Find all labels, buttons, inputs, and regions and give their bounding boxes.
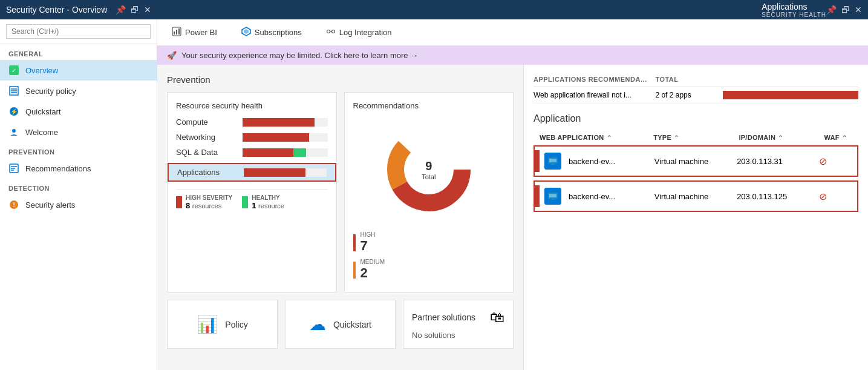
sql-label: SQL & Data: [176, 148, 237, 157]
healthy-color: [242, 196, 248, 208]
resource-footer: HIGH SEVERITY 8 resources: [176, 189, 328, 210]
healthy-label: HEALTHY: [252, 194, 284, 201]
sidebar-item-security-alerts[interactable]: ! Security alerts: [0, 194, 157, 215]
sidebar-item-quickstart-label: Quickstart: [25, 107, 61, 116]
svg-rect-18: [178, 28, 180, 35]
rp-col-total-header: TOTAL: [655, 76, 723, 83]
high-severity-badge: HIGH SEVERITY 8 resources: [176, 194, 232, 210]
svg-point-8: [12, 129, 16, 133]
app-row-2-type: Virtual machine: [654, 192, 737, 201]
high-sev-count: 7: [361, 238, 376, 254]
sidebar-item-welcome-label: Welcome: [25, 128, 58, 137]
svg-point-21: [327, 30, 330, 33]
svg-rect-16: [174, 31, 175, 35]
donut-chart: 9 Total: [380, 121, 477, 218]
right-panel: APPLICATIONS RECOMMENDA... TOTAL Web app…: [523, 65, 868, 370]
sidebar-item-security-alerts-label: Security alerts: [25, 200, 75, 210]
right-titlebar-title: Applications: [762, 2, 826, 12]
partner-solutions-subtext: No solutions: [412, 331, 455, 340]
right-panel-content: APPLICATIONS RECOMMENDA... TOTAL Web app…: [524, 65, 868, 370]
app-col-ip-header: IP/DOMAIN ⌃: [739, 134, 824, 141]
ip-sort-icon[interactable]: ⌃: [778, 134, 783, 141]
high-severity-label: HIGH SEVERITY: [186, 194, 232, 201]
app-row-content-2: backend-ev... Virtual machine 203.0.113.…: [540, 185, 857, 207]
close-icon[interactable]: ✕: [144, 5, 151, 15]
resource-health-card: Resource security health Compute Netwo: [167, 92, 337, 292]
high-sev-level: HIGH: [361, 231, 376, 238]
recommendations-icon: [8, 163, 19, 174]
svg-text:⚡: ⚡: [10, 108, 18, 116]
quickstart-icon: ⚡: [8, 106, 19, 117]
app-row-2-ip: 203.0.113.125: [737, 192, 819, 201]
networking-bar: [243, 133, 309, 142]
svg-point-22: [331, 30, 334, 33]
rp-bar-cell: [723, 91, 858, 99]
type-sort-icon[interactable]: ⌃: [674, 134, 679, 141]
left-titlebar-controls: 📌 🗗 ✕: [116, 5, 151, 15]
search-input[interactable]: [6, 24, 151, 39]
app-table-header: WEB APPLICATION ⌃ TYPE ⌃ IP/DOMAIN ⌃: [534, 130, 858, 145]
left-titlebar-title: Security Center - Overview: [6, 5, 116, 15]
sidebar-item-quickstart[interactable]: ⚡ Quickstart: [0, 101, 157, 122]
sidebar-item-welcome[interactable]: Welcome: [0, 122, 157, 142]
subscriptions-button[interactable]: Subscriptions: [237, 24, 307, 41]
policy-icon: 📊: [197, 314, 218, 334]
sidebar-item-recommendations[interactable]: Recommendations: [0, 158, 157, 179]
networking-bar-container: [243, 133, 328, 142]
bottom-cards: 📊 Policy ☁ Quickstart P: [167, 300, 514, 349]
partner-solutions-label: Partner solutions: [412, 312, 475, 322]
power-bi-button[interactable]: Power BI: [167, 24, 222, 41]
app-col-waf-header: WAF ⌃: [824, 134, 858, 141]
power-bi-label: Power BI: [185, 28, 217, 37]
severity-list: HIGH 7 MEDIUM 2: [353, 229, 505, 283]
app-row-1[interactable]: backend-ev... Virtual machine 203.0.113.…: [534, 145, 858, 177]
recommendations-title: Recommendations: [353, 101, 419, 110]
quickstart-card[interactable]: ☁ Quickstart: [285, 300, 396, 349]
app-row-2[interactable]: backend-ev... Virtual machine 203.0.113.…: [534, 180, 858, 212]
sidebar-section-detection: DETECTION: [0, 179, 157, 194]
rp-progress-bar: [723, 91, 858, 99]
sidebar-item-overview[interactable]: ✓ Overview: [0, 60, 157, 81]
log-integration-button[interactable]: Log Integration: [321, 24, 397, 41]
maximize-icon[interactable]: 🗗: [131, 5, 139, 15]
high-sev-color: [353, 234, 356, 251]
donut-total-label: Total: [422, 173, 436, 180]
resource-health-title: Resource security health: [176, 101, 328, 110]
prevention-panel: Prevention Resource security health Comp…: [157, 65, 523, 370]
compute-bar: [243, 118, 315, 127]
waf-sort-icon[interactable]: ⌃: [842, 134, 847, 141]
policy-card[interactable]: 📊 Policy: [167, 300, 278, 349]
app-col-type-header: TYPE ⌃: [653, 134, 739, 141]
healthy-badge: HEALTHY 1 resource: [242, 194, 284, 210]
applications-row[interactable]: Applications: [168, 163, 336, 182]
close-icon-right[interactable]: ✕: [855, 5, 862, 15]
svg-text:✓: ✓: [11, 67, 16, 74]
subscriptions-label: Subscriptions: [255, 28, 302, 37]
high-severity-count: 8 resources: [186, 201, 232, 210]
right-titlebar-controls: 📌 🗗 ✕: [826, 5, 862, 15]
maximize-icon-right[interactable]: 🗗: [841, 5, 850, 15]
app-section-title: Application: [534, 113, 858, 124]
rp-table-header: APPLICATIONS RECOMMENDA... TOTAL: [534, 72, 858, 87]
name-sort-icon[interactable]: ⌃: [607, 134, 612, 141]
content-area: Prevention Resource security health Comp…: [157, 65, 868, 370]
recommendations-card: Recommendations: [344, 92, 514, 292]
waf-alert-icon-1: ⊘: [819, 156, 827, 167]
welcome-icon: [8, 127, 19, 137]
pin-icon[interactable]: 📌: [116, 5, 126, 15]
notification-bar[interactable]: 🚀 Your security experience may be limite…: [157, 46, 868, 65]
high-severity-color: [176, 196, 182, 208]
rp-rec-cell: Web application firewall not i...: [534, 91, 655, 99]
app-row-2-waf: ⊘: [819, 191, 852, 202]
right-titlebar-subtitle: SECURITY HEALTH: [762, 12, 826, 18]
svg-rect-31: [550, 199, 555, 200]
sidebar-section-general: GENERAL: [0, 44, 157, 60]
toolbar: Power BI Subscriptions: [157, 19, 868, 46]
pin-icon-right[interactable]: 📌: [826, 5, 837, 15]
waf-alert-icon-2: ⊘: [819, 191, 827, 202]
sidebar-item-security-policy[interactable]: Security policy: [0, 81, 157, 101]
partner-solutions-card[interactable]: Partner solutions 🛍 No solutions: [403, 300, 514, 349]
log-integration-label: Log Integration: [339, 28, 392, 37]
rp-table-row: Web application firewall not i... 2 of 2…: [534, 87, 858, 104]
sidebar-search-container: [0, 19, 157, 44]
